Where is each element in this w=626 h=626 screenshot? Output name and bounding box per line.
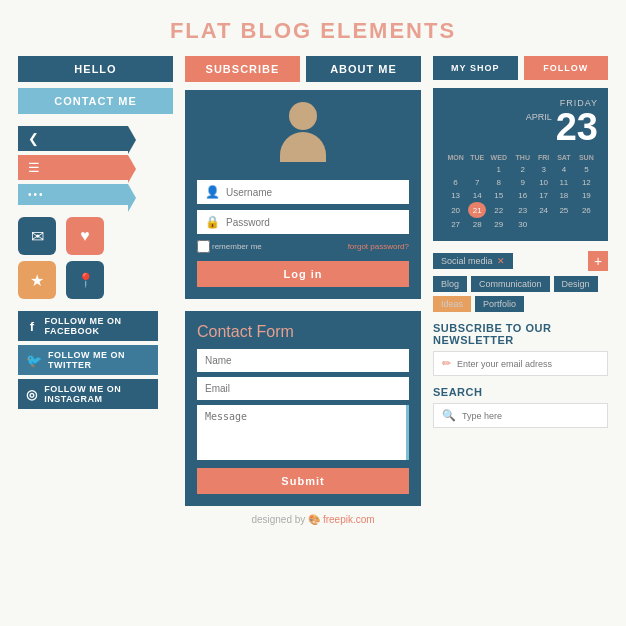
search-icon: 🔍 — [442, 409, 456, 422]
contact-form-card: Contact Form Submit — [185, 311, 421, 506]
calendar-number: 23 — [556, 108, 598, 146]
tags-row: Social media ✕ + — [433, 251, 608, 271]
cal-header-sat: SAT — [553, 152, 575, 163]
cal-week-4: 20212223242526 — [443, 202, 598, 218]
cal-header-wed: WED — [486, 152, 511, 163]
login-card: 👤 🔒 remember me forgot password? Log in — [185, 90, 421, 299]
subscribe-button[interactable]: SUBSCRIBE — [185, 56, 300, 82]
facebook-icon: f — [26, 319, 39, 334]
cal-week-1: 12345 — [443, 163, 598, 176]
pin-icon: 📍 — [77, 272, 94, 288]
misc-tags: Blog Communication Design Ideas Portfoli… — [433, 276, 608, 312]
cal-week-3: 13141516171819 — [443, 189, 598, 202]
instagram-label: FOLLOW ME ON INSTAGRAM — [44, 384, 150, 404]
pin-icon-box[interactable]: 📍 — [66, 261, 104, 299]
email-input[interactable] — [197, 377, 409, 400]
share-icon: ❮ — [28, 131, 39, 146]
heart-icon: ♥ — [80, 227, 90, 245]
dots-icon: ••• — [28, 189, 45, 200]
social-buttons: f FOLLOW ME ON FACEBOOK 🐦 FOLLOW ME ON T… — [18, 311, 173, 409]
tag-portfolio[interactable]: Portfolio — [475, 296, 524, 312]
twitter-button[interactable]: 🐦 FOLLOW ME ON TWITTER — [18, 345, 158, 375]
search-input[interactable] — [462, 411, 599, 421]
newsletter-input[interactable] — [457, 359, 599, 369]
follow-button[interactable]: FOLLOW — [524, 56, 609, 80]
message-textarea[interactable] — [197, 405, 409, 460]
search-title: SEARCH — [433, 386, 608, 398]
calendar-header: FRIDAY APRIL 23 — [443, 98, 598, 146]
ribbon-section: ❮ ☰ ••• — [18, 126, 173, 205]
login-options: remember me forgot password? — [197, 240, 409, 253]
login-button[interactable]: Log in — [197, 261, 409, 287]
tag-communication[interactable]: Communication — [471, 276, 550, 292]
contactme-button[interactable]: CONTACT ME — [18, 88, 173, 114]
twitter-label: FOLLOW ME ON TWITTER — [48, 350, 150, 370]
calendar-date: APRIL 23 — [526, 108, 598, 146]
password-field: 🔒 — [197, 210, 409, 234]
active-tag[interactable]: Social media ✕ — [433, 253, 513, 269]
share-ribbon[interactable]: ❮ — [18, 126, 128, 151]
name-input[interactable] — [197, 349, 409, 372]
instagram-button[interactable]: ◎ FOLLOW ME ON INSTAGRAM — [18, 379, 158, 409]
newsletter-title: SUBSCRIBE TO OUR NEWSLETTER — [433, 322, 608, 346]
icon-grid: ✉ ♥ ★ 📍 — [18, 217, 108, 299]
brand-name: 🎨 freepik.com — [308, 514, 374, 525]
facebook-button[interactable]: f FOLLOW ME ON FACEBOOK — [18, 311, 158, 341]
cal-header-sun: SUN — [575, 152, 598, 163]
user-icon: 👤 — [205, 185, 220, 199]
search-section: SEARCH 🔍 — [433, 386, 608, 428]
cal-header-tue: TUE — [468, 152, 486, 163]
page-title: FLAT BLOG ELEMENTS — [0, 0, 626, 56]
mail-icon-box[interactable]: ✉ — [18, 217, 56, 255]
tag-close-icon[interactable]: ✕ — [497, 256, 505, 266]
tag-ideas[interactable]: Ideas — [433, 296, 471, 312]
nav-buttons: HELLO CONTACT ME — [18, 56, 173, 114]
myshop-button[interactable]: MY SHOP — [433, 56, 518, 80]
mail-icon: ✉ — [31, 227, 44, 246]
cal-week-2: 6789101112 — [443, 176, 598, 189]
cal-header-fri: FRI — [534, 152, 553, 163]
calendar-grid: MON TUE WED THU FRI SAT SUN 12345 — [443, 152, 598, 231]
heart-icon-box[interactable]: ♥ — [66, 217, 104, 255]
newsletter-section: SUBSCRIBE TO OUR NEWSLETTER ✏ — [433, 322, 608, 376]
remember-label[interactable]: remember me — [197, 240, 262, 253]
aboutme-button[interactable]: ABOUT ME — [306, 56, 421, 82]
mid-column: SUBSCRIBE ABOUT ME 👤 🔒 — [185, 56, 421, 506]
tag-design[interactable]: Design — [554, 276, 598, 292]
calendar: FRIDAY APRIL 23 MON TUE WED THU — [433, 88, 608, 241]
footer: designed by 🎨 freepik.com — [0, 506, 626, 529]
calendar-month: APRIL — [526, 108, 552, 124]
tags-section: Social media ✕ + Blog Communication Desi… — [433, 251, 608, 312]
username-field: 👤 — [197, 180, 409, 204]
more-ribbon[interactable]: ••• — [18, 184, 128, 205]
tag-add-button[interactable]: + — [588, 251, 608, 271]
search-input-wrapper: 🔍 — [433, 403, 608, 428]
hello-button[interactable]: HELLO — [18, 56, 173, 82]
forgot-password-link[interactable]: forgot password? — [348, 242, 409, 251]
menu-icon: ☰ — [28, 160, 40, 175]
remember-checkbox[interactable] — [197, 240, 210, 253]
active-tag-label: Social media — [441, 256, 493, 266]
pencil-icon: ✏ — [442, 357, 451, 370]
right-column: MY SHOP FOLLOW FRIDAY APRIL 23 MON — [433, 56, 608, 506]
tag-blog[interactable]: Blog — [433, 276, 467, 292]
newsletter-input-wrapper: ✏ — [433, 351, 608, 376]
facebook-label: FOLLOW ME ON FACEBOOK — [45, 316, 151, 336]
left-column: HELLO CONTACT ME ❮ ☰ ••• ✉ ♥ ★ — [18, 56, 173, 506]
password-input[interactable] — [226, 217, 401, 228]
contact-form-title: Contact Form — [197, 323, 409, 341]
username-input[interactable] — [226, 187, 401, 198]
submit-button[interactable]: Submit — [197, 468, 409, 494]
cal-header-mon: MON — [443, 152, 468, 163]
cal-header-thu: THU — [511, 152, 534, 163]
cal-week-5: 27282930 — [443, 218, 598, 231]
menu-ribbon[interactable]: ☰ — [18, 155, 128, 180]
twitter-icon: 🐦 — [26, 353, 42, 368]
star-icon: ★ — [30, 271, 44, 290]
lock-icon: 🔒 — [205, 215, 220, 229]
instagram-icon: ◎ — [26, 387, 38, 402]
star-icon-box[interactable]: ★ — [18, 261, 56, 299]
